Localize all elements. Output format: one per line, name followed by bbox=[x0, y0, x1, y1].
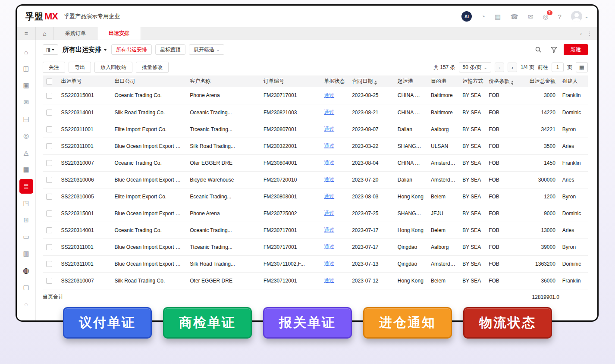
table-row[interactable]: SS220310006Blue Ocean Import Export Co.B… bbox=[43, 171, 588, 188]
recycle-button[interactable]: 放入回收站 bbox=[94, 62, 132, 73]
sidebar-contacts-icon[interactable]: ◫ bbox=[19, 61, 33, 76]
status-link[interactable]: 通过 bbox=[324, 210, 334, 216]
tab-scroll-icon[interactable]: › bbox=[580, 31, 582, 37]
apps-grid-icon[interactable]: ▦ bbox=[495, 13, 501, 20]
batch-edit-button[interactable]: 批量修改 bbox=[136, 62, 169, 73]
negotiation-docs-button[interactable]: 议付单证 bbox=[63, 307, 152, 339]
follow-button[interactable]: 关注 bbox=[43, 62, 65, 73]
sidebar-help-icon[interactable]: ◌ bbox=[19, 297, 33, 311]
column-header-0[interactable]: 出运单号 bbox=[58, 75, 111, 87]
sidebar-documents-icon[interactable]: ◳ bbox=[19, 196, 33, 210]
mail-icon[interactable]: ✉ bbox=[528, 13, 533, 20]
status-link[interactable]: 通过 bbox=[324, 260, 334, 267]
row-checkbox[interactable] bbox=[43, 171, 58, 188]
row-checkbox[interactable] bbox=[43, 121, 58, 138]
status-link[interactable]: 通过 bbox=[324, 193, 334, 199]
column-header-4[interactable]: 单据状态 bbox=[320, 75, 348, 87]
sidebar-finance-icon[interactable]: ⊞ bbox=[19, 213, 33, 227]
sidebar-products-icon[interactable]: ▤ bbox=[19, 112, 33, 126]
warehouse-notice-button[interactable]: 进仓通知 bbox=[363, 307, 452, 339]
tab-purchase-orders[interactable]: 采购订单 bbox=[54, 27, 97, 40]
table-row[interactable]: SS220310005Elite Import Export Co.Eceani… bbox=[43, 188, 588, 205]
avatar[interactable] bbox=[571, 11, 582, 22]
sidebar-print-icon[interactable]: ▢ bbox=[19, 280, 33, 295]
export-button[interactable]: 导出 bbox=[69, 62, 91, 73]
column-header-6[interactable]: 起运港 bbox=[394, 75, 427, 87]
column-header-3[interactable]: 订单编号 bbox=[260, 75, 320, 87]
sidebar-notes-icon[interactable]: ▭ bbox=[19, 229, 33, 244]
row-checkbox[interactable] bbox=[43, 222, 58, 238]
row-checkbox[interactable] bbox=[43, 154, 58, 171]
table-row[interactable]: SS220311001Blue Ocean Import Export Co.S… bbox=[43, 138, 588, 154]
status-link[interactable]: 通过 bbox=[324, 227, 334, 233]
view-switch-button[interactable]: ◨ bbox=[43, 44, 58, 55]
column-header-9[interactable]: 价格条款 bbox=[485, 75, 513, 87]
logistics-status-button[interactable]: 物流状态 bbox=[463, 307, 552, 339]
row-checkbox[interactable] bbox=[43, 87, 58, 104]
tab-shipping-arrangement[interactable]: 出运安排 bbox=[97, 27, 141, 40]
status-link[interactable]: 通过 bbox=[324, 126, 334, 132]
sidebar-logistics-icon[interactable]: ▣ bbox=[19, 78, 33, 93]
row-checkbox[interactable] bbox=[43, 272, 58, 289]
next-page-button[interactable]: › bbox=[508, 63, 517, 72]
chip-all-shipping[interactable]: 所有出运安排 bbox=[111, 44, 152, 55]
sidebar-home-icon[interactable]: ⌂ bbox=[19, 44, 33, 59]
column-settings-icon[interactable]: ▦ bbox=[576, 62, 588, 72]
row-checkbox[interactable] bbox=[43, 104, 58, 121]
table-row[interactable]: SS220311001Blue Ocean Import Export Co.T… bbox=[43, 238, 588, 255]
sidebar-orders-icon[interactable]: ▦ bbox=[19, 162, 33, 177]
search-icon[interactable] bbox=[533, 44, 544, 55]
column-header-11[interactable]: 创建人 bbox=[559, 75, 588, 87]
status-link[interactable]: 通过 bbox=[324, 92, 334, 98]
sidebar-reports-icon[interactable]: ▥ bbox=[19, 246, 33, 261]
table-row[interactable]: SS220310007Oceanic Trading Co.Oter EGGER… bbox=[43, 154, 588, 171]
goto-page-input[interactable]: 1 bbox=[552, 63, 564, 72]
select-all-checkbox[interactable] bbox=[43, 75, 58, 87]
user-menu[interactable]: ⌄ bbox=[571, 11, 589, 22]
sidebar-marketing-icon[interactable]: ◬ bbox=[19, 145, 33, 160]
chip-expand-filter[interactable]: 展开筛选⌄ bbox=[189, 44, 224, 55]
row-checkbox[interactable] bbox=[43, 255, 58, 272]
column-header-2[interactable]: 客户名称 bbox=[186, 75, 260, 87]
table-row[interactable]: SS220315001Oceanic Trading Co.Phone Aren… bbox=[43, 87, 588, 104]
new-button[interactable]: 新建 bbox=[564, 44, 588, 55]
customs-docs-button[interactable]: 报关单证 bbox=[263, 307, 352, 339]
column-header-10[interactable]: 出运总金额 bbox=[513, 75, 559, 87]
page-size-select[interactable]: 50 条/页 ⌄ bbox=[459, 62, 491, 72]
filter-funnel-icon[interactable] bbox=[548, 44, 559, 55]
status-link[interactable]: 通过 bbox=[324, 160, 334, 166]
column-header-7[interactable]: 目的港 bbox=[427, 75, 459, 87]
headset-icon[interactable]: ◔ bbox=[481, 13, 485, 20]
status-link[interactable]: 通过 bbox=[324, 143, 334, 149]
row-checkbox[interactable] bbox=[43, 138, 58, 154]
row-checkbox[interactable] bbox=[43, 205, 58, 222]
table-row[interactable]: SS220311001Blue Ocean Import Export Co.S… bbox=[43, 255, 588, 272]
sidebar-shipping-icon[interactable]: ≣ bbox=[19, 179, 33, 194]
status-link[interactable]: 通过 bbox=[324, 277, 334, 283]
question-icon[interactable]: ? bbox=[558, 13, 562, 20]
table-row[interactable]: SS220310007Silk Road Trading Co.Oter EGG… bbox=[43, 272, 588, 289]
inspection-docs-button[interactable]: 商检单证 bbox=[163, 307, 252, 339]
column-header-5[interactable]: 合同日期 bbox=[348, 75, 394, 87]
table-row[interactable]: SS220314001Silk Road Trading Co.Oceanic … bbox=[43, 104, 588, 121]
table-row[interactable]: SS220314001Oceanic Trading Co.Oceanic Tr… bbox=[43, 222, 588, 238]
column-header-1[interactable]: 出口公司 bbox=[111, 75, 186, 87]
table-row[interactable]: SS220315001Blue Ocean Import Export Co.P… bbox=[43, 205, 588, 222]
sidebar-mail-icon[interactable]: ✉ bbox=[19, 95, 33, 110]
phone-icon[interactable]: ☎ bbox=[510, 13, 518, 20]
status-link[interactable]: 通过 bbox=[324, 244, 334, 250]
tab-home-icon[interactable]: ⌂ bbox=[36, 27, 54, 40]
ai-assistant-button[interactable]: AI bbox=[461, 11, 472, 22]
view-selector[interactable]: 所有出运安排 bbox=[63, 46, 107, 54]
sidebar-discover-icon[interactable]: ◎ bbox=[19, 129, 33, 143]
bell-icon[interactable]: ◎7 bbox=[543, 13, 549, 20]
sidebar-toggle-icon[interactable]: ≡ bbox=[17, 27, 36, 40]
table-row[interactable]: SS220311001Elite Import Export Co.Ttcean… bbox=[43, 121, 588, 138]
prev-page-button[interactable]: ‹ bbox=[495, 63, 504, 72]
row-checkbox[interactable] bbox=[43, 238, 58, 255]
chevron-down-icon[interactable]: ⌄ bbox=[584, 13, 589, 19]
chip-star-top[interactable]: 星标置顶 bbox=[155, 44, 185, 55]
column-header-8[interactable]: 运输方式 bbox=[459, 75, 485, 87]
status-link[interactable]: 通过 bbox=[324, 176, 334, 182]
tab-more-icon[interactable]: ⋮ bbox=[587, 31, 592, 37]
